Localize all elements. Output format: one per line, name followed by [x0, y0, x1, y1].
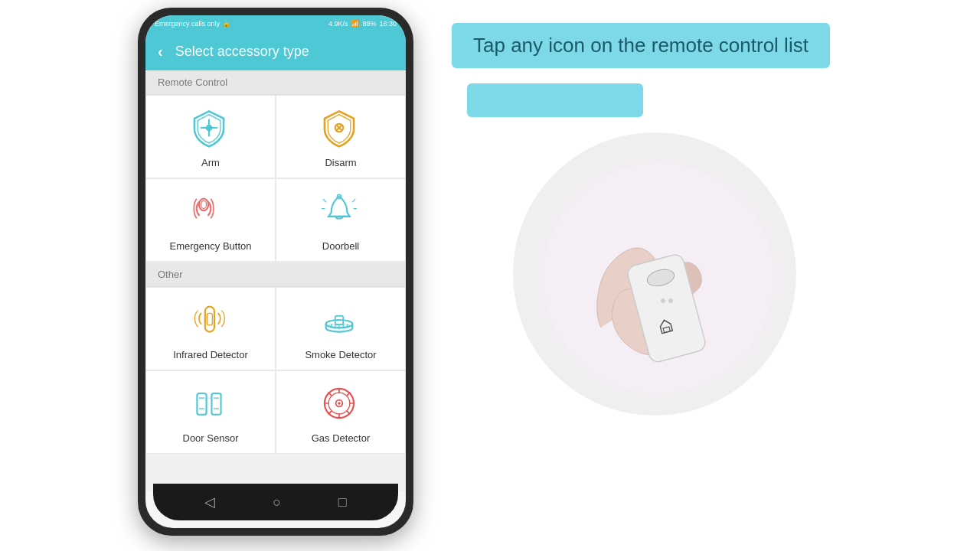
- disarm-item[interactable]: Disarm: [276, 95, 406, 178]
- blue-rectangle: [467, 83, 643, 117]
- status-time: 16:30: [379, 20, 397, 28]
- gas-item[interactable]: Gas Detector: [276, 370, 406, 454]
- arm-label: Arm: [201, 157, 220, 168]
- doorbell-label: Doorbell: [322, 240, 359, 252]
- nav-back-button[interactable]: ◁: [204, 494, 215, 510]
- tooltip-banner: Tap any icon on the remote control list: [452, 23, 830, 68]
- infrared-label: Infrared Detector: [173, 349, 248, 360]
- svg-rect-11: [211, 393, 220, 415]
- disarm-label: Disarm: [325, 157, 356, 168]
- svg-rect-10: [197, 393, 206, 415]
- bottom-navigation: ◁ ○ □: [153, 484, 398, 520]
- disarm-icon: [319, 108, 362, 151]
- status-speed: 4.9K/s: [328, 20, 348, 28]
- emergency-item[interactable]: Emergency Button: [145, 178, 276, 262]
- smoke-item[interactable]: Smoke Detector: [276, 287, 406, 370]
- app-header: ‹ Select accessory type: [145, 32, 406, 70]
- remote-control-image: [513, 132, 796, 416]
- door-label: Door Sensor: [183, 432, 239, 444]
- status-signal: 📶: [351, 20, 359, 28]
- back-button[interactable]: ‹: [158, 43, 163, 60]
- app-content: Remote Control: [145, 70, 406, 491]
- nav-home-button[interactable]: ○: [273, 494, 281, 510]
- gas-icon: [319, 383, 362, 426]
- phone-mockup: Emergency calls only 🔒 4.9K/s 📶 88% 16:3…: [138, 8, 413, 536]
- smoke-label: Smoke Detector: [305, 349, 376, 360]
- doorbell-item[interactable]: Doorbell: [276, 178, 406, 262]
- svg-point-0: [206, 125, 213, 132]
- svg-rect-5: [205, 307, 214, 332]
- door-icon: [189, 383, 232, 426]
- smoke-icon: [319, 300, 362, 343]
- arm-icon: [189, 108, 232, 151]
- svg-point-19: [338, 402, 340, 404]
- infrared-item[interactable]: Infrared Detector: [145, 287, 276, 370]
- page-title: Select accessory type: [175, 44, 309, 60]
- other-grid: Infrared Detector: [145, 287, 406, 454]
- section-remote-control: Remote Control: [145, 70, 406, 95]
- infrared-icon: [189, 300, 232, 343]
- remote-control-grid: Arm Disarm: [145, 95, 406, 262]
- emergency-icon: [189, 191, 232, 234]
- arm-item[interactable]: Arm: [145, 95, 276, 178]
- emergency-label: Emergency Button: [170, 240, 252, 252]
- door-item[interactable]: Door Sensor: [145, 370, 276, 454]
- status-carrier: Emergency calls only 🔒: [155, 20, 230, 28]
- status-bar: Emergency calls only 🔒 4.9K/s 📶 88% 16:3…: [145, 15, 406, 32]
- gas-label: Gas Detector: [312, 432, 371, 444]
- nav-recents-button[interactable]: □: [338, 494, 347, 510]
- status-battery: 88%: [362, 20, 376, 28]
- section-other: Other: [145, 262, 406, 287]
- svg-point-3: [201, 201, 207, 208]
- svg-rect-6: [207, 313, 212, 325]
- doorbell-icon: [319, 191, 362, 234]
- right-section: Tap any icon on the remote control list: [452, 23, 957, 416]
